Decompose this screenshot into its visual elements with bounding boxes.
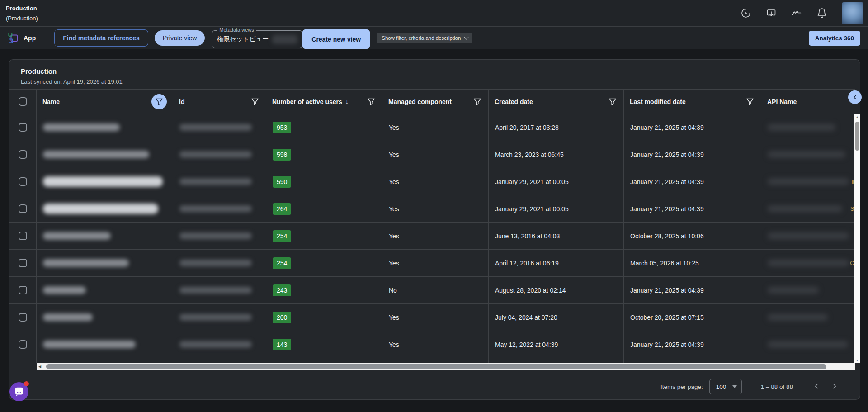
show-filter-select-label: Show filter, criteria and description xyxy=(382,35,461,41)
column-header-created[interactable]: Created date xyxy=(489,90,624,114)
active-users-filter-button[interactable] xyxy=(366,97,376,107)
api-name-redacted xyxy=(768,205,842,212)
table-row[interactable]: 254 Yes June 13, 2016 at 04:03 October 2… xyxy=(9,223,855,250)
collapse-panel-button[interactable] xyxy=(848,90,862,104)
vertical-scrollbar[interactable]: ▲ ▼ xyxy=(854,114,860,363)
column-header-active-users[interactable]: Number of active users ↓ xyxy=(266,90,382,114)
horizontal-scrollbar[interactable]: ◀ xyxy=(37,363,855,370)
scroll-up-arrow-icon[interactable]: ▲ xyxy=(854,115,860,118)
horizontal-scroll-thumb[interactable] xyxy=(46,364,826,369)
id-filter-button[interactable] xyxy=(250,97,260,107)
previous-page-button[interactable] xyxy=(811,381,822,392)
column-header-name[interactable]: Name xyxy=(37,90,173,114)
row-checkbox[interactable] xyxy=(19,259,27,267)
managed-component-value: Yes xyxy=(389,205,399,213)
name-redacted xyxy=(43,176,163,187)
modified-filter-button[interactable] xyxy=(745,97,755,107)
column-header-api-name[interactable]: API Name xyxy=(761,90,855,114)
created-date-cell: January 29, 2021 at 00:05 xyxy=(489,168,624,195)
column-header-id[interactable]: Id xyxy=(173,90,266,114)
column-label: Created date xyxy=(495,98,533,105)
next-page-button[interactable] xyxy=(829,381,840,392)
private-view-button[interactable]: Private view xyxy=(155,30,205,46)
usage-trend-icon[interactable] xyxy=(791,8,802,19)
id-redacted xyxy=(179,260,252,266)
select-all-checkbox[interactable] xyxy=(19,97,27,106)
managed-component-value: Yes xyxy=(389,341,399,348)
install-app-icon[interactable] xyxy=(766,8,777,19)
top-bar: Production (Production) xyxy=(0,0,868,27)
row-checkbox[interactable] xyxy=(19,177,27,186)
filter-funnel-icon xyxy=(366,97,376,107)
column-label: API Name xyxy=(767,98,797,105)
user-avatar[interactable] xyxy=(842,2,863,24)
managed-component-cell: Yes xyxy=(382,195,489,223)
dark-mode-moon-icon[interactable] xyxy=(741,8,751,19)
id-redacted xyxy=(179,178,252,185)
metadata-views-input[interactable]: Metadata views 権限セットビュー xyxy=(212,30,302,48)
managed-filter-button[interactable] xyxy=(472,97,482,107)
managed-component-value: Yes xyxy=(389,151,399,158)
name-cell xyxy=(37,141,173,168)
last-synced-text: Last synced on: April 19, 2026 at 19:01 xyxy=(21,78,860,85)
table-row[interactable]: 953 Yes April 20, 2017 at 03:28 January … xyxy=(9,114,855,141)
row-checkbox[interactable] xyxy=(19,313,27,322)
metadata-views-value: 権限セットビュー xyxy=(217,35,269,43)
modified-date-value: March 05, 2026 at 10:25 xyxy=(630,260,699,267)
app-squares-icon xyxy=(7,32,19,44)
vertical-scroll-thumb[interactable] xyxy=(855,122,859,151)
table-row[interactable]: 598 Yes March 23, 2023 at 06:45 January … xyxy=(9,141,855,168)
row-checkbox[interactable] xyxy=(19,340,27,349)
managed-component-cell: Yes xyxy=(382,114,489,141)
column-label: Id xyxy=(179,98,184,105)
modified-date-cell: January 21, 2025 at 04:39 xyxy=(624,141,761,168)
managed-component-cell: No xyxy=(382,277,489,304)
id-redacted xyxy=(179,287,252,294)
column-header-managed[interactable]: Managed component xyxy=(382,90,489,114)
table-row[interactable]: 264 Yes January 29, 2021 at 00:05 Januar… xyxy=(9,195,855,223)
api-name-cell xyxy=(761,331,855,358)
active-users-cell: 243 xyxy=(266,277,382,304)
row-checkbox[interactable] xyxy=(19,150,27,159)
scroll-down-arrow-icon[interactable]: ▼ xyxy=(854,359,860,362)
modified-date-value: January 21, 2025 at 04:39 xyxy=(630,178,704,185)
id-redacted xyxy=(179,151,252,158)
table-row[interactable]: 590 Yes January 29, 2021 at 00:05 Januar… xyxy=(9,168,855,195)
page-title: Production xyxy=(6,5,38,12)
row-checkbox[interactable] xyxy=(19,286,27,294)
modified-date-value: January 21, 2025 at 04:39 xyxy=(630,151,704,158)
managed-component-cell: Yes xyxy=(382,141,489,168)
row-checkbox[interactable] xyxy=(19,232,27,240)
row-checkbox[interactable] xyxy=(19,204,27,213)
row-checkbox-cell xyxy=(9,195,37,223)
column-header-modified[interactable]: Last modified date xyxy=(624,90,761,114)
name-cell xyxy=(37,304,173,331)
sort-desc-icon[interactable]: ↓ xyxy=(345,98,349,105)
id-cell xyxy=(173,331,266,358)
table-row[interactable]: 254 Yes April 12, 2016 at 06:19 March 05… xyxy=(9,250,855,277)
api-name-redacted xyxy=(768,314,828,321)
active-users-cell: 598 xyxy=(266,141,382,168)
modified-date-cell: January 21, 2025 at 04:39 xyxy=(624,195,761,223)
app-logo[interactable]: App xyxy=(0,32,36,44)
find-metadata-references-button[interactable]: Find metadata references xyxy=(54,29,148,47)
filter-funnel-icon xyxy=(154,97,164,107)
row-checkbox[interactable] xyxy=(19,123,27,132)
chevron-left-icon xyxy=(851,94,859,101)
modified-date-cell: October 20, 2025 at 07:15 xyxy=(624,304,761,331)
analytics-360-button[interactable]: Analytics 360 xyxy=(809,31,860,46)
table-row[interactable]: 143 Yes May 12, 2022 at 04:39 January 21… xyxy=(9,331,855,358)
create-new-view-button[interactable]: Create new view xyxy=(302,29,370,49)
items-per-page-select[interactable]: 100 xyxy=(709,379,742,394)
notifications-bell-icon[interactable] xyxy=(816,8,827,19)
name-redacted xyxy=(43,232,111,240)
chat-widget-button[interactable] xyxy=(9,382,28,401)
scroll-left-arrow-icon[interactable]: ◀ xyxy=(38,365,41,369)
show-filter-select[interactable]: Show filter, criteria and description xyxy=(377,33,472,43)
name-filter-active-button[interactable] xyxy=(151,94,167,109)
api-name-cell: C xyxy=(761,250,855,277)
managed-component-value: Yes xyxy=(389,314,399,321)
table-row[interactable]: 200 Yes July 04, 2024 at 07:20 October 2… xyxy=(9,304,855,331)
created-filter-button[interactable] xyxy=(608,97,618,107)
table-row[interactable]: 243 No August 28, 2020 at 02:14 January … xyxy=(9,277,855,304)
